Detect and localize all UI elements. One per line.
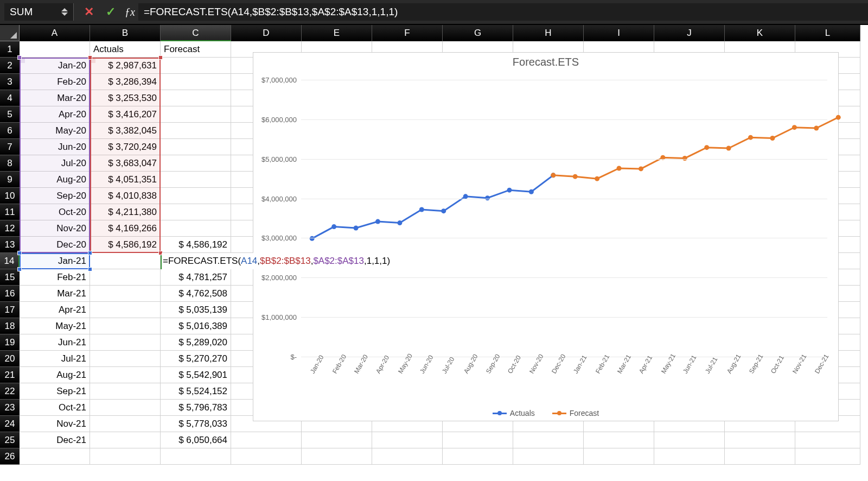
cell-A21[interactable]: Aug-21	[20, 367, 90, 383]
cell-B25[interactable]	[90, 432, 161, 448]
column-header-k[interactable]: K	[725, 25, 795, 41]
cell-C24[interactable]: $ 5,778,033	[161, 416, 231, 432]
cell-B26[interactable]	[90, 448, 161, 465]
row-header-19[interactable]: 19	[0, 334, 20, 351]
column-header-e[interactable]: E	[302, 25, 372, 41]
cell-A12[interactable]: Nov-20	[20, 220, 90, 237]
cell-A19[interactable]: Jun-21	[20, 334, 90, 351]
row-header-7[interactable]: 7	[0, 139, 20, 155]
cell-B16[interactable]	[90, 286, 161, 302]
cell-C6[interactable]	[161, 123, 231, 139]
cell-A11[interactable]: Oct-20	[20, 204, 90, 220]
row-header-17[interactable]: 17	[0, 302, 20, 318]
cell-B9[interactable]: $ 4,051,351	[90, 172, 161, 188]
row-header-16[interactable]: 16	[0, 286, 20, 302]
cell-H25[interactable]	[513, 432, 584, 448]
cell-A15[interactable]: Feb-21	[20, 269, 90, 286]
cell-D26[interactable]	[231, 448, 302, 465]
cell-D25[interactable]	[231, 432, 302, 448]
cell-I25[interactable]	[584, 432, 654, 448]
cell-B15[interactable]	[90, 269, 161, 286]
confirm-button[interactable]: ✓	[100, 3, 122, 21]
cell-B20[interactable]	[90, 351, 161, 367]
cell-C9[interactable]	[161, 172, 231, 188]
row-header-11[interactable]: 11	[0, 204, 20, 220]
row-header-15[interactable]: 15	[0, 269, 20, 286]
column-header-i[interactable]: I	[584, 25, 654, 41]
cell-A17[interactable]: Apr-21	[20, 302, 90, 318]
cell-F26[interactable]	[372, 448, 443, 465]
cell-B5[interactable]: $ 3,416,207	[90, 106, 161, 123]
cell-B7[interactable]: $ 3,720,249	[90, 139, 161, 155]
cell-I26[interactable]	[584, 448, 654, 465]
row-header-26[interactable]: 26	[0, 448, 20, 465]
row-header-24[interactable]: 24	[0, 416, 20, 432]
cell-K25[interactable]	[725, 432, 795, 448]
cell-A10[interactable]: Sep-20	[20, 188, 90, 204]
cell-B10[interactable]: $ 4,010,838	[90, 188, 161, 204]
cell-A6[interactable]: May-20	[20, 123, 90, 139]
column-header-f[interactable]: F	[372, 25, 443, 41]
cell-B11[interactable]: $ 4,211,380	[90, 204, 161, 220]
cell-B21[interactable]	[90, 367, 161, 383]
cell-A16[interactable]: Mar-21	[20, 286, 90, 302]
cell-C7[interactable]	[161, 139, 231, 155]
cell-C13[interactable]: $ 4,586,192	[161, 237, 231, 253]
cell-A2[interactable]: Jan-20	[20, 58, 90, 74]
row-header-10[interactable]: 10	[0, 188, 20, 204]
name-box-dropdown-icon[interactable]	[61, 8, 68, 16]
row-header-13[interactable]: 13	[0, 237, 20, 253]
row-header-1[interactable]: 1	[0, 41, 20, 58]
column-header-b[interactable]: B	[90, 25, 161, 41]
cell-C17[interactable]: $ 5,035,139	[161, 302, 231, 318]
cell-A3[interactable]: Feb-20	[20, 74, 90, 90]
cell-C26[interactable]	[161, 448, 231, 465]
cell-B2[interactable]: $ 2,987,631	[90, 58, 161, 74]
cell-C4[interactable]	[161, 90, 231, 106]
fx-icon[interactable]: ƒx	[125, 6, 135, 18]
cell-G25[interactable]	[443, 432, 513, 448]
cell-J25[interactable]	[654, 432, 725, 448]
cell-B24[interactable]	[90, 416, 161, 432]
name-box[interactable]: SUM	[4, 3, 74, 21]
cell-A22[interactable]: Sep-21	[20, 383, 90, 400]
cell-A25[interactable]: Dec-21	[20, 432, 90, 448]
cell-B12[interactable]: $ 4,169,266	[90, 220, 161, 237]
cell-C25[interactable]: $ 6,050,664	[161, 432, 231, 448]
select-all-corner[interactable]	[0, 25, 20, 41]
cell-C3[interactable]	[161, 74, 231, 90]
cell-H26[interactable]	[513, 448, 584, 465]
cell-A9[interactable]: Aug-20	[20, 172, 90, 188]
column-header-d[interactable]: D	[231, 25, 302, 41]
cancel-button[interactable]: ✕	[78, 3, 100, 21]
cell-B3[interactable]: $ 3,286,394	[90, 74, 161, 90]
cell-C23[interactable]: $ 5,796,783	[161, 400, 231, 416]
cell-C1[interactable]: Forecast	[161, 41, 231, 58]
cell-C11[interactable]	[161, 204, 231, 220]
cell-C21[interactable]: $ 5,542,901	[161, 367, 231, 383]
cell-A23[interactable]: Oct-21	[20, 400, 90, 416]
cell-A1[interactable]	[20, 41, 90, 58]
cell-A20[interactable]: Jul-21	[20, 351, 90, 367]
cell-E25[interactable]	[302, 432, 372, 448]
cell-B13[interactable]: $ 4,586,192	[90, 237, 161, 253]
cell-F25[interactable]	[372, 432, 443, 448]
cell-A8[interactable]: Jul-20	[20, 155, 90, 172]
row-header-8[interactable]: 8	[0, 155, 20, 172]
cell-B19[interactable]	[90, 334, 161, 351]
row-header-12[interactable]: 12	[0, 220, 20, 237]
cell-E26[interactable]	[302, 448, 372, 465]
cell-C8[interactable]	[161, 155, 231, 172]
row-header-6[interactable]: 6	[0, 123, 20, 139]
cell-B23[interactable]	[90, 400, 161, 416]
cell-A4[interactable]: Mar-20	[20, 90, 90, 106]
cell-L26[interactable]	[795, 448, 860, 465]
chart[interactable]: Forecast.ETS $-$1,000,000$2,000,000$3,00…	[253, 52, 839, 421]
cell-J26[interactable]	[654, 448, 725, 465]
cell-C16[interactable]: $ 4,762,508	[161, 286, 231, 302]
cell-A13[interactable]: Dec-20	[20, 237, 90, 253]
row-header-18[interactable]: 18	[0, 318, 20, 334]
cell-C22[interactable]: $ 5,524,152	[161, 383, 231, 400]
cell-C15[interactable]: $ 4,781,257	[161, 269, 231, 286]
column-header-a[interactable]: A	[20, 25, 90, 41]
